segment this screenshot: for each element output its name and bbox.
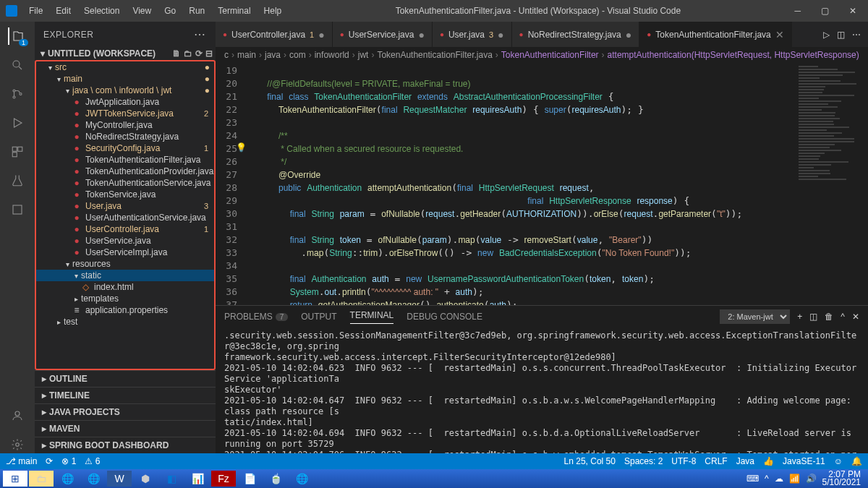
section-outline[interactable]: ▸OUTLINE	[35, 370, 216, 387]
tree-item[interactable]: ▾java \ com \ infoworld \ jwt●	[36, 85, 214, 96]
app-icon-4[interactable]: 🍵	[263, 471, 288, 487]
tree-item[interactable]: ≡application.properties	[36, 304, 214, 316]
sidebar-more-icon[interactable]: ⋯	[194, 27, 207, 41]
editor-tab[interactable]: ●UserService.java●	[333, 22, 433, 47]
split-terminal-icon[interactable]: ◫	[809, 312, 817, 322]
section-maven[interactable]: ▸MAVEN	[35, 420, 216, 437]
eol-status[interactable]: CRLF	[705, 456, 727, 466]
maximize-button[interactable]: ▢	[815, 6, 835, 16]
code-editor[interactable]: 💡 19 20 21 22 23 24 25 26 27 28 29 30 31…	[216, 63, 868, 305]
volume-icon[interactable]: 🔊	[806, 474, 817, 484]
indent-status[interactable]: Spaces: 2	[624, 456, 663, 466]
network-icon[interactable]: 📶	[789, 474, 800, 484]
keyboard-icon[interactable]: ⌨	[746, 474, 759, 484]
tree-item[interactable]: ▸test	[36, 316, 214, 328]
tree-item[interactable]: ▸templates	[36, 293, 214, 304]
breadcrumb-segment[interactable]: TokenAuthenticationFilter.java	[377, 50, 492, 60]
tree-item[interactable]: ●UserController.java1	[36, 223, 214, 235]
minimize-button[interactable]: ─	[788, 6, 807, 16]
tree-item[interactable]: ●JWTTokenService.java2	[36, 108, 214, 119]
tree-item[interactable]: ●User.java3	[36, 200, 214, 212]
tree-item[interactable]: ▾resources	[36, 258, 214, 270]
thumbs-up-icon[interactable]: 👍	[763, 456, 774, 466]
kill-terminal-icon[interactable]: 🗑	[825, 312, 833, 322]
file-tree[interactable]: ▾src●▾main●▾java \ com \ infoworld \ jwt…	[35, 60, 216, 370]
sync-icon[interactable]: ⟳	[46, 456, 53, 466]
tree-item[interactable]: ●SecurityConfig.java1	[36, 142, 214, 154]
section-java-projects[interactable]: ▸JAVA PROJECTS	[35, 403, 216, 420]
tree-item[interactable]: ●UserAuthenticationService.java	[36, 212, 214, 223]
new-terminal-icon[interactable]: +	[797, 312, 802, 322]
new-folder-icon[interactable]: 🗀	[184, 48, 192, 59]
refresh-icon[interactable]: ⟳	[195, 48, 203, 59]
tree-item[interactable]: ●UserService.java	[36, 235, 214, 247]
tree-item[interactable]: ●NoRedirectStrategy.java	[36, 131, 214, 142]
tree-item[interactable]: ●TokenAuthenticationFilter.java	[36, 154, 214, 166]
tree-item[interactable]: ●TokenAuthenticationProvider.java	[36, 166, 214, 177]
errors-count[interactable]: ⊗ 1	[61, 456, 76, 466]
maximize-panel-icon[interactable]: ^	[841, 312, 845, 322]
encoding-status[interactable]: UTF-8	[671, 456, 696, 466]
tab-problems[interactable]: PROBLEMS7	[224, 312, 288, 322]
chrome-icon-3[interactable]: 🌐	[289, 471, 314, 487]
run-debug-icon[interactable]	[9, 114, 26, 132]
tree-item[interactable]: ●JwtApplication.java	[36, 96, 214, 108]
java-runtime[interactable]: JavaSE-11	[783, 456, 825, 466]
more-actions-icon[interactable]: ⋯	[852, 30, 861, 40]
source-control-icon[interactable]	[9, 85, 26, 103]
menu-help[interactable]: Help	[258, 3, 288, 19]
start-button[interactable]: ⊞	[3, 471, 27, 487]
search-icon[interactable]	[9, 56, 26, 74]
lightbulb-icon[interactable]: 💡	[236, 142, 247, 153]
breadcrumb-segment[interactable]: java	[265, 50, 281, 60]
code-content[interactable]: //@FieldDefaults(level = PRIVATE, makeFi…	[244, 63, 796, 305]
extensions-icon[interactable]	[9, 143, 26, 160]
app-icon-2[interactable]: 📊	[185, 471, 210, 487]
section-timeline[interactable]: ▸TIMELINE	[35, 387, 216, 403]
split-editor-icon[interactable]: ◫	[837, 30, 845, 40]
tab-debug-console[interactable]: DEBUG CONSOLE	[407, 312, 482, 322]
menu-view[interactable]: View	[127, 3, 157, 19]
vscode-taskbar-icon[interactable]: ◧	[159, 471, 184, 487]
terminal-output[interactable]: .security.web.session.SessionManagementF…	[216, 328, 868, 453]
new-file-icon[interactable]: 🗎	[172, 48, 181, 59]
close-button[interactable]: ✕	[843, 6, 862, 16]
accounts-icon[interactable]	[9, 407, 26, 424]
filezilla-icon[interactable]: Fz	[211, 471, 236, 487]
java-projects-icon[interactable]	[9, 201, 26, 218]
breadcrumb-segment[interactable]: TokenAuthenticationFilter	[501, 50, 599, 60]
workspace-section[interactable]: ▾ UNTITLED (WORKSPACE) 🗎 🗀 ⟳ ⊟	[35, 47, 216, 60]
editor-tab[interactable]: ●User.java3●	[433, 22, 512, 47]
cursor-position[interactable]: Ln 25, Col 50	[564, 456, 616, 466]
chrome-icon-2[interactable]: 🌐	[81, 471, 106, 487]
clock[interactable]: 2:07 PM5/10/2021	[822, 471, 865, 487]
minimap[interactable]	[796, 63, 868, 305]
collapse-icon[interactable]: ⊟	[205, 48, 213, 59]
tree-item[interactable]: ▾static	[36, 270, 214, 281]
editor-tab[interactable]: ●UserController.java1●	[216, 22, 333, 47]
file-explorer-icon[interactable]: 🗀	[29, 471, 54, 487]
word-icon[interactable]: W	[107, 471, 132, 487]
git-branch[interactable]: ⎇ main	[6, 456, 37, 466]
breadcrumb-segment[interactable]: attemptAuthentication(HttpServletRequest…	[608, 50, 859, 60]
app-icon[interactable]: ⬢	[133, 471, 158, 487]
breadcrumb-segment[interactable]: c	[224, 50, 229, 60]
language-mode[interactable]: Java	[736, 456, 754, 466]
tab-terminal[interactable]: TERMINAL	[350, 310, 394, 324]
explorer-icon[interactable]	[8, 27, 25, 45]
settings-gear-icon[interactable]	[9, 436, 26, 453]
breadcrumb-segment[interactable]: main	[237, 50, 256, 60]
test-icon[interactable]	[9, 172, 26, 189]
notifications-icon[interactable]: 🔔	[851, 456, 862, 466]
tree-item[interactable]: ●TokenAuthenticationService.java	[36, 177, 214, 189]
tree-item[interactable]: ▾src●	[36, 61, 214, 73]
tree-item[interactable]: ◇index.html	[36, 281, 214, 293]
breadcrumb[interactable]: c›main›java›com›infoworld›jwt›TokenAuthe…	[216, 47, 868, 63]
tree-item[interactable]: ●MyController.java	[36, 119, 214, 131]
breadcrumb-segment[interactable]: com	[289, 50, 306, 60]
tree-item[interactable]: ▾main●	[36, 73, 214, 85]
tab-output[interactable]: OUTPUT	[301, 312, 336, 322]
section-spring-boot-dashboard[interactable]: ▸SPRING BOOT DASHBOARD	[35, 437, 216, 453]
tree-item[interactable]: ●TokenService.java	[36, 189, 214, 200]
close-panel-icon[interactable]: ✕	[852, 312, 859, 322]
